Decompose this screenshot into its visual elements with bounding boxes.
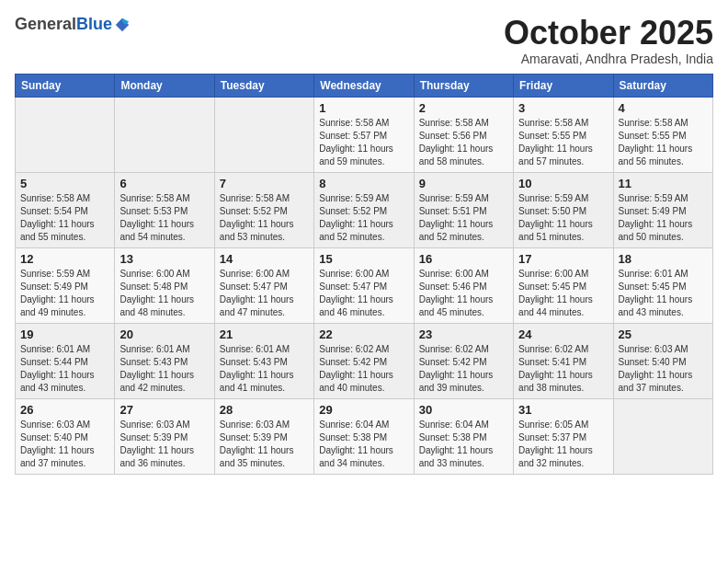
day-number: 31 [518,403,608,417]
title-block: October 2025 Amaravati, Andhra Pradesh, … [504,15,713,66]
calendar-cell: 19Sunrise: 6:01 AM Sunset: 5:44 PM Dayli… [16,323,115,398]
cell-info: Sunrise: 5:58 AM Sunset: 5:55 PM Dayligh… [619,117,708,168]
cell-info: Sunrise: 6:01 AM Sunset: 5:43 PM Dayligh… [220,343,309,395]
day-number: 23 [419,327,508,341]
calendar-cell: 21Sunrise: 6:01 AM Sunset: 5:43 PM Dayli… [214,323,313,398]
cell-info: Sunrise: 6:02 AM Sunset: 5:42 PM Dayligh… [419,343,508,395]
calendar-cell: 29Sunrise: 6:04 AM Sunset: 5:38 PM Dayli… [314,398,414,474]
calendar-cell: 8Sunrise: 5:59 AM Sunset: 5:52 PM Daylig… [314,172,414,247]
page-container: GeneralBlue October 2025 Amaravati, Andh… [0,0,728,482]
calendar-cell: 12Sunrise: 5:59 AM Sunset: 5:49 PM Dayli… [16,247,115,323]
cell-info: Sunrise: 6:03 AM Sunset: 5:40 PM Dayligh… [20,419,109,470]
calendar-cell: 18Sunrise: 6:01 AM Sunset: 5:45 PM Dayli… [613,247,712,323]
calendar-cell: 3Sunrise: 5:58 AM Sunset: 5:55 PM Daylig… [514,97,613,172]
logo: GeneralBlue [15,15,131,34]
calendar-week-row: 19Sunrise: 6:01 AM Sunset: 5:44 PM Dayli… [16,323,713,398]
day-number: 3 [518,101,608,115]
calendar-cell: 28Sunrise: 6:03 AM Sunset: 5:39 PM Dayli… [214,398,313,474]
calendar-header-wednesday: Wednesday [314,74,414,97]
day-number: 6 [119,177,209,190]
calendar-cell: 6Sunrise: 5:58 AM Sunset: 5:53 PM Daylig… [115,172,214,247]
calendar-cell [115,97,214,172]
day-number: 22 [319,327,408,341]
cell-info: Sunrise: 5:58 AM Sunset: 5:52 PM Dayligh… [220,192,309,244]
calendar-header-saturday: Saturday [613,74,712,97]
calendar-header-thursday: Thursday [414,74,513,97]
logo-text: GeneralBlue [15,15,131,34]
header: GeneralBlue October 2025 Amaravati, Andh… [15,15,713,66]
cell-info: Sunrise: 6:04 AM Sunset: 5:38 PM Dayligh… [319,419,408,470]
cell-info: Sunrise: 6:01 AM Sunset: 5:43 PM Dayligh… [119,343,209,395]
cell-info: Sunrise: 6:00 AM Sunset: 5:48 PM Dayligh… [119,268,209,319]
calendar-cell: 7Sunrise: 5:58 AM Sunset: 5:52 PM Daylig… [214,172,313,247]
day-number: 9 [419,177,508,190]
cell-info: Sunrise: 5:59 AM Sunset: 5:49 PM Dayligh… [619,192,708,244]
calendar-cell: 22Sunrise: 6:02 AM Sunset: 5:42 PM Dayli… [314,323,414,398]
day-number: 1 [319,101,408,115]
day-number: 11 [619,177,708,190]
cell-info: Sunrise: 6:03 AM Sunset: 5:39 PM Dayligh… [119,419,209,470]
day-number: 8 [319,177,408,190]
cell-info: Sunrise: 6:03 AM Sunset: 5:40 PM Dayligh… [619,343,708,395]
calendar-cell: 27Sunrise: 6:03 AM Sunset: 5:39 PM Dayli… [115,398,214,474]
day-number: 21 [220,327,309,341]
calendar-cell: 16Sunrise: 6:00 AM Sunset: 5:46 PM Dayli… [414,247,513,323]
day-number: 20 [119,327,209,341]
logo-general: General [15,15,76,34]
cell-info: Sunrise: 6:02 AM Sunset: 5:41 PM Dayligh… [518,343,608,395]
calendar-cell: 14Sunrise: 6:00 AM Sunset: 5:47 PM Dayli… [214,247,313,323]
cell-info: Sunrise: 6:01 AM Sunset: 5:45 PM Dayligh… [619,268,708,319]
calendar-cell: 25Sunrise: 6:03 AM Sunset: 5:40 PM Dayli… [613,323,712,398]
day-number: 25 [619,327,708,341]
day-number: 5 [20,177,109,190]
cell-info: Sunrise: 6:02 AM Sunset: 5:42 PM Dayligh… [319,343,408,395]
cell-info: Sunrise: 6:00 AM Sunset: 5:45 PM Dayligh… [518,268,608,319]
calendar-header-sunday: Sunday [16,74,115,97]
day-number: 28 [220,403,309,417]
calendar-cell [613,398,712,474]
calendar-cell: 5Sunrise: 5:58 AM Sunset: 5:54 PM Daylig… [16,172,115,247]
cell-info: Sunrise: 5:59 AM Sunset: 5:52 PM Dayligh… [319,192,408,244]
cell-info: Sunrise: 5:58 AM Sunset: 5:53 PM Dayligh… [119,192,209,244]
calendar-cell: 11Sunrise: 5:59 AM Sunset: 5:49 PM Dayli… [613,172,712,247]
logo-blue: Blue [76,15,112,34]
cell-info: Sunrise: 6:01 AM Sunset: 5:44 PM Dayligh… [20,343,109,395]
calendar-cell: 26Sunrise: 6:03 AM Sunset: 5:40 PM Dayli… [16,398,115,474]
calendar-cell: 30Sunrise: 6:04 AM Sunset: 5:38 PM Dayli… [414,398,513,474]
day-number: 30 [419,403,508,417]
cell-info: Sunrise: 6:00 AM Sunset: 5:47 PM Dayligh… [220,268,309,319]
cell-info: Sunrise: 5:59 AM Sunset: 5:50 PM Dayligh… [518,192,608,244]
subtitle: Amaravati, Andhra Pradesh, India [504,52,713,66]
calendar-cell: 1Sunrise: 5:58 AM Sunset: 5:57 PM Daylig… [314,97,414,172]
day-number: 29 [319,403,408,417]
day-number: 24 [518,327,608,341]
month-title: October 2025 [504,15,713,52]
calendar-week-row: 5Sunrise: 5:58 AM Sunset: 5:54 PM Daylig… [16,172,713,247]
cell-info: Sunrise: 6:00 AM Sunset: 5:47 PM Dayligh… [319,268,408,319]
calendar-week-row: 26Sunrise: 6:03 AM Sunset: 5:40 PM Dayli… [16,398,713,474]
calendar-week-row: 12Sunrise: 5:59 AM Sunset: 5:49 PM Dayli… [16,247,713,323]
day-number: 2 [419,101,508,115]
calendar-header-row: SundayMondayTuesdayWednesdayThursdayFrid… [16,74,713,97]
cell-info: Sunrise: 5:58 AM Sunset: 5:57 PM Dayligh… [319,117,408,168]
day-number: 27 [119,403,209,417]
calendar-cell: 4Sunrise: 5:58 AM Sunset: 5:55 PM Daylig… [613,97,712,172]
calendar-cell: 17Sunrise: 6:00 AM Sunset: 5:45 PM Dayli… [514,247,613,323]
day-number: 18 [619,252,708,266]
cell-info: Sunrise: 6:05 AM Sunset: 5:37 PM Dayligh… [518,419,608,470]
cell-info: Sunrise: 5:59 AM Sunset: 5:49 PM Dayligh… [20,268,109,319]
calendar-cell: 13Sunrise: 6:00 AM Sunset: 5:48 PM Dayli… [115,247,214,323]
calendar-cell: 2Sunrise: 5:58 AM Sunset: 5:56 PM Daylig… [414,97,513,172]
day-number: 26 [20,403,109,417]
day-number: 14 [220,252,309,266]
day-number: 16 [419,252,508,266]
day-number: 4 [619,101,708,115]
cell-info: Sunrise: 6:00 AM Sunset: 5:46 PM Dayligh… [419,268,508,319]
calendar-cell: 10Sunrise: 5:59 AM Sunset: 5:50 PM Dayli… [514,172,613,247]
day-number: 10 [518,177,608,190]
calendar-cell: 9Sunrise: 5:59 AM Sunset: 5:51 PM Daylig… [414,172,513,247]
calendar-cell: 31Sunrise: 6:05 AM Sunset: 5:37 PM Dayli… [514,398,613,474]
cell-info: Sunrise: 5:59 AM Sunset: 5:51 PM Dayligh… [419,192,508,244]
calendar-table: SundayMondayTuesdayWednesdayThursdayFrid… [15,74,713,475]
day-number: 13 [119,252,209,266]
